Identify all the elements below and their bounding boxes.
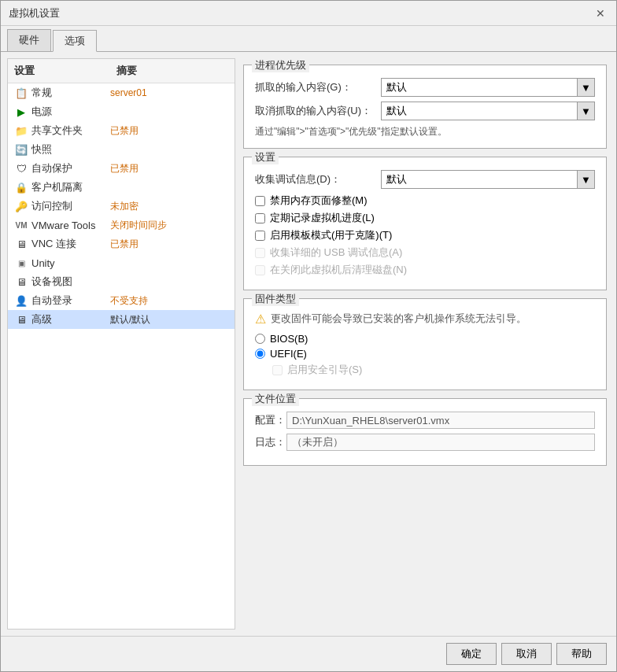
secure-boot-row: 启用安全引导(S) [272,363,595,377]
list-item-vmware-tools[interactable]: VM VMware Tools 关闭时间同步 [8,216,235,234]
warning-icon: ⚠ [255,312,266,327]
capture-label: 抓取的输入内容(G)： [255,80,381,94]
list-item-advanced[interactable]: 🖥 高级 默认/默认 [8,310,235,329]
process-priority-section: 进程优先级 抓取的输入内容(G)： 默认 ▼ 取消抓取的输入内容(U)： 默认 … [243,65,607,149]
checkbox-log-input[interactable] [255,213,265,223]
tabs-bar: 硬件 选项 [1,26,616,52]
config-row: 配置： [255,412,595,429]
window-title: 虚拟机设置 [9,6,60,20]
dialog-window: 虚拟机设置 ✕ 硬件 选项 设置 摘要 📋 常规 server01 ▶ 电源 [0,0,617,672]
firmware-section: 固件类型 ⚠ 更改固件可能会导致已安装的客户机操作系统无法引导。 BIOS(B)… [243,298,607,390]
release-value: 默认 [382,104,577,118]
checkbox-log[interactable]: 定期记录虚拟机进度(L) [255,211,595,225]
left-panel: 设置 摘要 📋 常规 server01 ▶ 电源 📁 共享文件夹 已禁用 🔄 [7,58,235,630]
debug-row: 收集调试信息(D)： 默认 ▼ [255,170,595,189]
checkbox-template-input[interactable] [255,231,265,241]
bios-radio[interactable] [255,334,265,344]
capture-row: 抓取的输入内容(G)： 默认 ▼ [255,78,595,97]
uefi-label: UEFI(E) [270,348,307,360]
shared-folder-icon: 📁 [14,124,28,138]
vmware-tools-icon: VM [14,218,28,232]
release-label: 取消抓取的输入内容(U)： [255,104,381,118]
list-item-unity[interactable]: ▣ Unity [8,253,235,272]
log-row: 日志： [255,434,595,451]
file-location-title: 文件位置 [252,392,299,406]
list-item-power[interactable]: ▶ 电源 [8,102,235,121]
list-item-snapshot[interactable]: 🔄 快照 [8,140,235,159]
warning-text: 更改固件可能会导致已安装的客户机操作系统无法引导。 [271,312,526,326]
close-button[interactable]: ✕ [593,6,608,21]
tab-options[interactable]: 选项 [53,30,97,52]
guest-isolation-icon: 🔒 [14,180,28,194]
auto-protect-icon: 🛡 [14,161,28,175]
autologin-icon: 👤 [14,294,28,308]
vnc-icon: 🖥 [14,237,28,251]
col2-header: 摘要 [110,62,235,79]
power-icon: ▶ [14,105,28,119]
capture-dropdown[interactable]: 默认 ▼ [381,78,595,97]
list-item-autologin[interactable]: 👤 自动登录 不受支持 [8,291,235,310]
config-label: 配置： [255,413,286,427]
debug-dropdown-arrow[interactable]: ▼ [577,171,594,188]
unity-icon: ▣ [14,256,28,270]
checkbox-memory-input[interactable] [255,196,265,206]
secure-boot-label: 启用安全引导(S) [287,363,362,377]
debug-value: 默认 [382,172,577,186]
firmware-warning: ⚠ 更改固件可能会导致已安装的客户机操作系统无法引导。 [255,312,595,327]
main-content: 设置 摘要 📋 常规 server01 ▶ 电源 📁 共享文件夹 已禁用 🔄 [1,52,616,636]
checkbox-memory-label: 禁用内存页面修整(M) [270,194,368,208]
checkbox-memory[interactable]: 禁用内存页面修整(M) [255,194,595,208]
list-item-guest-isolation[interactable]: 🔒 客户机隔离 [8,178,235,197]
right-panel: 进程优先级 抓取的输入内容(G)： 默认 ▼ 取消抓取的输入内容(U)： 默认 … [235,52,616,636]
checkbox-cleanup-input [255,265,265,275]
settings-title: 设置 [252,150,279,164]
checkbox-usb-label: 收集详细的 USB 调试信息(A) [270,246,402,260]
priority-hint: 通过"编辑">"首选项">"优先级"指定默认设置。 [255,125,595,138]
ok-button[interactable]: 确定 [446,643,497,665]
checkbox-log-label: 定期记录虚拟机进度(L) [270,211,375,225]
release-row: 取消抓取的输入内容(U)： 默认 ▼ [255,102,595,120]
uefi-radio-row[interactable]: UEFI(E) [255,348,595,360]
bios-radio-row[interactable]: BIOS(B) [255,333,595,345]
debug-label: 收集调试信息(D)： [255,172,381,186]
advanced-icon: 🖥 [14,312,28,327]
log-label: 日志： [255,435,286,449]
list-header: 设置 摘要 [8,59,235,83]
snapshot-icon: 🔄 [14,142,28,157]
checkbox-template-label: 启用模板模式(用于克隆)(T) [270,228,392,242]
list-item-auto-protect[interactable]: 🛡 自动保护 已禁用 [8,159,235,178]
device-view-icon: 🖥 [14,275,28,289]
list-item-access-control[interactable]: 🔑 访问控制 未加密 [8,197,235,216]
checkbox-usb: 收集详细的 USB 调试信息(A) [255,246,595,260]
capture-value: 默认 [382,80,577,94]
firmware-title: 固件类型 [252,292,299,306]
list-item-general[interactable]: 📋 常规 server01 [8,83,235,102]
checkbox-template[interactable]: 启用模板模式(用于克隆)(T) [255,228,595,242]
bottom-bar: 确定 取消 帮助 [1,636,616,671]
list-item-vnc[interactable]: 🖥 VNC 连接 已禁用 [8,234,235,253]
cancel-button[interactable]: 取消 [501,643,552,665]
process-priority-title: 进程优先级 [252,58,309,72]
debug-dropdown[interactable]: 默认 ▼ [381,170,595,189]
release-dropdown-arrow[interactable]: ▼ [577,102,594,120]
help-button[interactable]: 帮助 [556,643,607,665]
bios-label: BIOS(B) [270,333,308,345]
access-control-icon: 🔑 [14,199,28,213]
config-input[interactable] [286,412,595,429]
tab-hardware[interactable]: 硬件 [7,29,51,51]
general-icon: 📋 [14,86,28,100]
list-item-shared-folder[interactable]: 📁 共享文件夹 已禁用 [8,121,235,140]
capture-dropdown-arrow[interactable]: ▼ [577,79,594,96]
uefi-radio[interactable] [255,349,265,359]
secure-boot-input [272,365,283,375]
log-input[interactable] [286,434,595,451]
titlebar: 虚拟机设置 ✕ [1,1,616,26]
checkbox-cleanup-label: 在关闭此虚拟机后清理磁盘(N) [270,263,407,277]
settings-section: 设置 收集调试信息(D)： 默认 ▼ 禁用内存页面修整(M) 定期记录虚拟机进度… [243,157,607,290]
col1-header: 设置 [8,62,110,79]
list-item-device-view[interactable]: 🖥 设备视图 [8,272,235,291]
file-location-section: 文件位置 配置： 日志： [243,398,607,466]
checkbox-usb-input [255,248,265,258]
checkbox-cleanup: 在关闭此虚拟机后清理磁盘(N) [255,263,595,277]
release-dropdown[interactable]: 默认 ▼ [381,102,595,120]
